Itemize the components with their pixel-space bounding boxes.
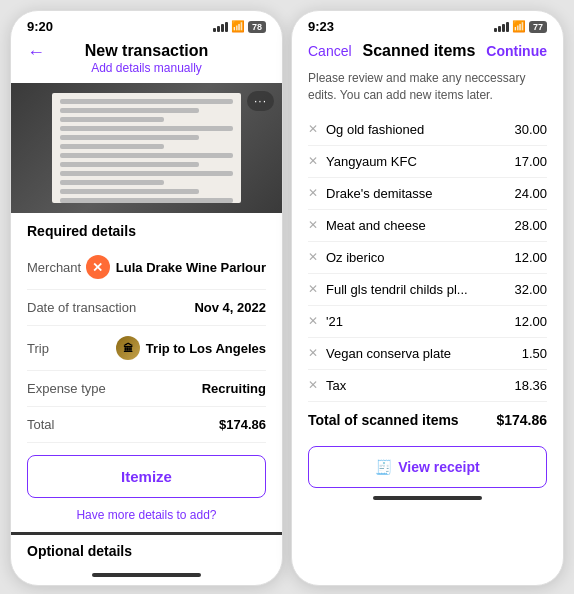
date-label: Date of transaction xyxy=(27,300,136,315)
remove-item-8[interactable]: ✕ xyxy=(308,378,318,392)
right-status-icons: 📶 77 xyxy=(494,20,547,33)
right-phone: 9:23 📶 77 Cancel Scanned items Continue … xyxy=(291,10,564,586)
scanned-total-row: Total of scanned items $174.86 xyxy=(292,402,563,438)
total-row: Total $174.86 xyxy=(27,407,266,443)
item-name-6: '21 xyxy=(326,314,514,329)
total-value: $174.86 xyxy=(219,417,266,432)
item-name-0: Og old fashioned xyxy=(326,122,514,137)
remove-item-3[interactable]: ✕ xyxy=(308,218,318,232)
list-item: ✕ Drake's demitasse 24.00 xyxy=(308,178,547,210)
continue-button[interactable]: Continue xyxy=(486,43,547,59)
merchant-name: Lula Drake Wine Parlour xyxy=(116,260,266,275)
item-name-3: Meat and cheese xyxy=(326,218,514,233)
list-item: ✕ Yangyaum KFC 17.00 xyxy=(308,146,547,178)
left-phone: 9:20 📶 78 ← New transaction Add details … xyxy=(10,10,283,586)
receipt-icon: 🧾 xyxy=(375,459,392,475)
item-name-8: Tax xyxy=(326,378,514,393)
remove-item-1[interactable]: ✕ xyxy=(308,154,318,168)
left-status-icons: 📶 78 xyxy=(213,20,266,33)
items-list: ✕ Og old fashioned 30.00 ✕ Yangyaum KFC … xyxy=(292,114,563,402)
add-details-link[interactable]: Add details manually xyxy=(27,61,266,75)
item-price-2: 24.00 xyxy=(514,186,547,201)
expense-type-value: Recruiting xyxy=(202,381,266,396)
list-item: ✕ '21 12.00 xyxy=(308,306,547,338)
item-name-5: Full gls tendril childs pl... xyxy=(326,282,514,297)
scanned-total-value: $174.86 xyxy=(496,412,547,428)
list-item: ✕ Oz iberico 12.00 xyxy=(308,242,547,274)
trip-label: Trip xyxy=(27,341,49,356)
trip-row: Trip 🏛 Trip to Los Angeles xyxy=(27,326,266,371)
required-details-section: Required details Merchant ✕ Lula Drake W… xyxy=(11,223,282,443)
trip-avatar: 🏛 xyxy=(116,336,140,360)
item-price-8: 18.36 xyxy=(514,378,547,393)
signal-icon xyxy=(213,21,228,32)
item-name-2: Drake's demitasse xyxy=(326,186,514,201)
wifi-icon: 📶 xyxy=(231,20,245,33)
receipt-image: ··· xyxy=(11,83,282,213)
item-name-7: Vegan conserva plate xyxy=(326,346,522,361)
itemize-button[interactable]: Itemize xyxy=(27,455,266,498)
remove-item-7[interactable]: ✕ xyxy=(308,346,318,360)
expense-type-row: Expense type Recruiting xyxy=(27,371,266,407)
view-receipt-button[interactable]: 🧾 View receipt xyxy=(308,446,547,488)
remove-item-0[interactable]: ✕ xyxy=(308,122,318,136)
left-header: ← New transaction Add details manually xyxy=(11,38,282,83)
item-price-7: 1.50 xyxy=(522,346,547,361)
merchant-row: Merchant ✕ Lula Drake Wine Parlour xyxy=(27,245,266,290)
list-item: ✕ Vegan conserva plate 1.50 xyxy=(308,338,547,370)
item-name-1: Yangyaum KFC xyxy=(326,154,514,169)
remove-item-6[interactable]: ✕ xyxy=(308,314,318,328)
expense-type-label: Expense type xyxy=(27,381,106,396)
back-button[interactable]: ← xyxy=(27,42,45,63)
list-item: ✕ Meat and cheese 28.00 xyxy=(308,210,547,242)
right-time: 9:23 xyxy=(308,19,334,34)
item-price-4: 12.00 xyxy=(514,250,547,265)
item-price-6: 12.00 xyxy=(514,314,547,329)
remove-item-4[interactable]: ✕ xyxy=(308,250,318,264)
scanned-description: Please review and make any neccessary ed… xyxy=(292,70,563,114)
trip-name: Trip to Los Angeles xyxy=(146,341,266,356)
left-status-bar: 9:20 📶 78 xyxy=(11,11,282,38)
receipt-paper xyxy=(52,93,242,203)
remove-item-2[interactable]: ✕ xyxy=(308,186,318,200)
scanned-total-label: Total of scanned items xyxy=(308,412,459,428)
date-value: Nov 4, 2022 xyxy=(194,300,266,315)
trip-value: 🏛 Trip to Los Angeles xyxy=(116,336,266,360)
remove-item-5[interactable]: ✕ xyxy=(308,282,318,296)
item-price-0: 30.00 xyxy=(514,122,547,137)
left-time: 9:20 xyxy=(27,19,53,34)
optional-details-title: Optional details xyxy=(11,532,282,565)
have-more-text[interactable]: Have more details to add? xyxy=(11,502,282,528)
scanned-items-title: Scanned items xyxy=(363,42,476,60)
total-label: Total xyxy=(27,417,54,432)
list-item: ✕ Tax 18.36 xyxy=(308,370,547,402)
item-price-1: 17.00 xyxy=(514,154,547,169)
page-title: New transaction xyxy=(27,42,266,60)
cancel-button[interactable]: Cancel xyxy=(308,43,352,59)
date-row: Date of transaction Nov 4, 2022 xyxy=(27,290,266,326)
right-header: Cancel Scanned items Continue xyxy=(292,38,563,70)
list-item: ✕ Full gls tendril childs pl... 32.00 xyxy=(308,274,547,306)
item-price-3: 28.00 xyxy=(514,218,547,233)
right-battery-badge: 77 xyxy=(529,21,547,33)
merchant-icon: ✕ xyxy=(86,255,110,279)
item-price-5: 32.00 xyxy=(514,282,547,297)
item-name-4: Oz iberico xyxy=(326,250,514,265)
right-signal-icon xyxy=(494,21,509,32)
list-item: ✕ Og old fashioned 30.00 xyxy=(308,114,547,146)
right-home-indicator xyxy=(373,496,481,500)
more-options-button[interactable]: ··· xyxy=(247,91,274,111)
right-status-bar: 9:23 📶 77 xyxy=(292,11,563,38)
required-details-title: Required details xyxy=(27,223,266,239)
right-wifi-icon: 📶 xyxy=(512,20,526,33)
merchant-value: ✕ Lula Drake Wine Parlour xyxy=(86,255,266,279)
merchant-label: Merchant xyxy=(27,260,81,275)
home-indicator xyxy=(92,573,200,577)
view-receipt-label: View receipt xyxy=(398,459,479,475)
battery-badge: 78 xyxy=(248,21,266,33)
